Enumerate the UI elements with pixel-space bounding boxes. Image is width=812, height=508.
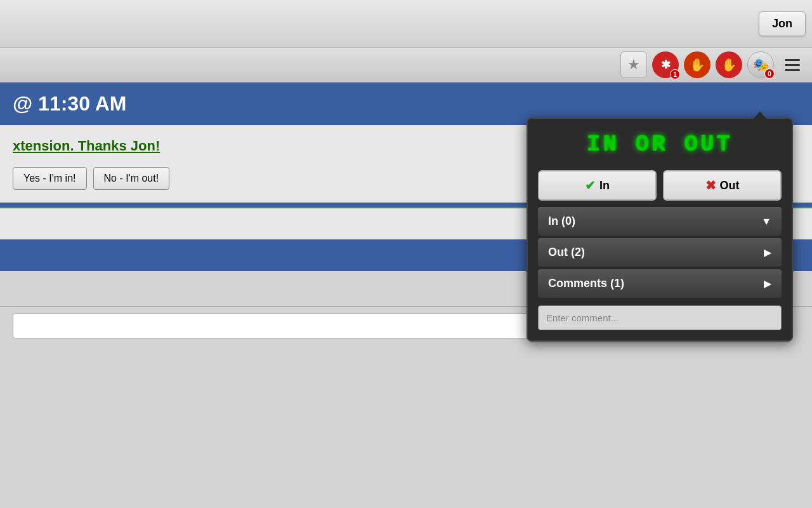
comments-section-label: Comments (1) <box>548 277 624 290</box>
out-section-arrow: ▶ <box>764 246 771 258</box>
in-section-label: In (0) <box>548 215 575 228</box>
x-icon: ✖ <box>705 178 716 193</box>
no-im-out-button[interactable]: No - I'm out! <box>93 167 170 190</box>
avatar-badge: 0 <box>764 69 775 79</box>
yes-im-in-button[interactable]: Yes - I'm in! <box>13 167 87 190</box>
in-button[interactable]: ✔ In <box>538 170 657 201</box>
page-time-heading: @ 11:30 AM <box>13 92 799 116</box>
check-icon: ✔ <box>585 178 596 193</box>
out-section-row[interactable]: Out (2) ▶ <box>538 238 782 267</box>
in-section-arrow: ▼ <box>761 216 771 227</box>
menu-line-3 <box>785 69 800 71</box>
in-section-row[interactable]: In (0) ▼ <box>538 207 782 236</box>
event-link[interactable]: xtension. Thanks Jon! <box>13 138 160 154</box>
menu-line-1 <box>785 59 800 61</box>
page-content: @ 11:30 AM xtension. Thanks Jon! Yes - I… <box>0 83 812 344</box>
bookmark-icon[interactable]: ★ <box>620 51 647 78</box>
top-bar: Jon <box>0 0 812 48</box>
out-section-label: Out (2) <box>548 246 585 259</box>
stop-hand-grey-icon[interactable]: ✋ <box>716 51 742 78</box>
browser-toolbar: ★ ✱ 1 ✋ ✋ 🎭 0 <box>0 48 812 83</box>
comments-section-row[interactable]: Comments (1) ▶ <box>538 269 782 298</box>
user-button[interactable]: Jon <box>759 11 806 36</box>
stop-hand-icon[interactable]: ✋ <box>684 51 710 78</box>
in-button-label: In <box>599 179 610 192</box>
popup-title-text: IN OR OUT <box>587 131 733 157</box>
in-or-out-popup: IN OR OUT ✔ In ✖ Out In (0) ▼ Out (2) ▶ … <box>527 117 793 342</box>
menu-line-2 <box>785 64 800 66</box>
menu-icon[interactable] <box>779 51 806 78</box>
popup-comment-input[interactable] <box>538 305 782 330</box>
comments-section-arrow: ▶ <box>764 277 771 290</box>
avatar-icon[interactable]: 🎭 0 <box>747 51 774 78</box>
comment-input-bottom[interactable] <box>13 313 565 338</box>
out-button[interactable]: ✖ Out <box>663 170 782 201</box>
extension-badge: 1 <box>670 69 680 79</box>
popup-title-area: IN OR OUT <box>528 119 792 164</box>
out-button-label: Out <box>720 179 740 192</box>
extension-icon[interactable]: ✱ 1 <box>652 51 679 78</box>
in-out-button-row: ✔ In ✖ Out <box>538 170 782 201</box>
